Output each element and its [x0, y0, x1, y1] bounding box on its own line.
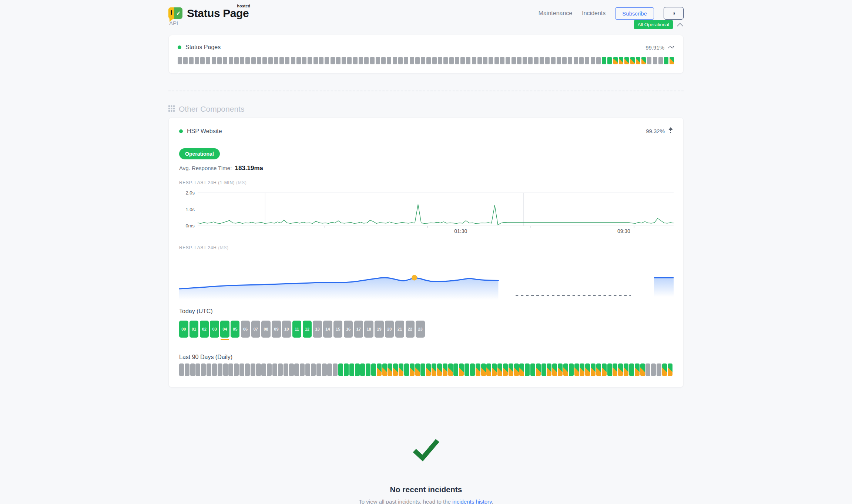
uptime-bar [494, 57, 499, 64]
ytick-1s: 1.0s [185, 207, 195, 212]
no-incidents-title: No recent incidents [168, 485, 684, 494]
uptime-bar [613, 57, 618, 64]
uptime-bar [486, 363, 491, 376]
uptime-bar [662, 363, 667, 376]
uptime-bar [370, 57, 375, 64]
uptime-bar [528, 57, 533, 64]
response-line-series [198, 204, 674, 225]
uptime-bar [596, 363, 601, 376]
hour-block-17: 17 [354, 321, 363, 338]
daily-uptime-bars [179, 363, 673, 376]
main-nav: Maintenance Incidents Subscribe ◑ [539, 7, 684, 20]
hour-block-16: 16 [344, 321, 353, 338]
overall-status-badge: All Operational [634, 20, 673, 29]
uptime-percentage: 99.32% [646, 128, 665, 134]
uptime-bar [503, 363, 508, 376]
uptime-bar [547, 363, 551, 376]
area-fill-right [654, 278, 674, 297]
hour-block-19: 19 [375, 321, 384, 338]
uptime-bar [404, 57, 408, 64]
logo-bubble-tail [170, 18, 174, 22]
uptime-bar [568, 57, 572, 64]
xtick-0130: 01:30 [454, 228, 467, 234]
incidents-history-link[interactable]: incidents history [452, 498, 492, 504]
response-time-area-chart [179, 260, 674, 301]
nav-incidents[interactable]: Incidents [582, 10, 606, 17]
hour-block-18: 18 [364, 321, 373, 338]
uptime-bar [308, 57, 312, 64]
uptime-bar [240, 57, 244, 64]
hour-block-20: 20 [385, 321, 394, 338]
chevron-up-icon[interactable] [677, 22, 684, 27]
uptime-bar [536, 363, 541, 376]
status-badge: Operational [179, 148, 220, 159]
uptime-bar [223, 363, 228, 376]
uptime-bar [410, 57, 414, 64]
subscribe-button[interactable]: Subscribe [615, 7, 654, 20]
uptime-bar [393, 363, 398, 376]
uptime-bar [437, 363, 442, 376]
chart1-label: RESP. LAST 24H (1-MIN) (MS) [179, 180, 673, 185]
uptime-bar [185, 363, 189, 376]
uptime-bar [261, 363, 266, 376]
uptime-bar [239, 363, 244, 376]
uptime-bar [619, 57, 623, 64]
uptime-bar [228, 363, 233, 376]
uptime-bar [274, 57, 278, 64]
uptime-bar [552, 363, 557, 376]
uptime-bar [267, 363, 272, 376]
uptime-bar [217, 57, 222, 64]
uptime-bar [234, 57, 239, 64]
uptime-bar [353, 57, 358, 64]
hour-block-21: 21 [395, 321, 405, 338]
uptime-bar [497, 363, 502, 376]
uptime-bar [618, 363, 623, 376]
uptime-bar [398, 57, 403, 64]
uptime-bar [285, 57, 289, 64]
nav-maintenance[interactable]: Maintenance [539, 10, 573, 17]
uptime-bar [470, 363, 475, 376]
uptime-bar [443, 363, 447, 376]
hsp-website-card: HSP Website 99.32% Operational Avg. Resp… [168, 117, 684, 388]
uptime-bar [377, 363, 382, 376]
uptime-bar [426, 57, 431, 64]
logo-title: Status Page [187, 7, 249, 19]
uptime-bar [540, 57, 544, 64]
uptime-bar [355, 363, 360, 376]
status-dot [179, 129, 183, 133]
uptime-bar [218, 363, 222, 376]
hour-block-22: 22 [406, 321, 415, 338]
uptime-bar [500, 57, 504, 64]
uptime-bar [322, 363, 327, 376]
logo[interactable]: ! ✓ hosted Status Page [168, 7, 249, 20]
uptime-bar [602, 57, 606, 64]
hour-block-09: 09 [272, 321, 281, 338]
hour-block-15: 15 [333, 321, 343, 338]
uptime-bar [336, 57, 341, 64]
uptime-bar [443, 57, 448, 64]
uptime-bar [251, 57, 256, 64]
ytick-2s: 2.0s [185, 190, 195, 196]
uptime-bar [393, 57, 397, 64]
uptime-bar [645, 363, 650, 376]
uptime-bar [591, 363, 596, 376]
uptime-bar [670, 57, 674, 64]
uptime-bar [331, 57, 335, 64]
uptime-bar [545, 57, 550, 64]
uptime-bar [630, 57, 635, 64]
uptime-bar [551, 57, 556, 64]
uptime-bar [410, 363, 415, 376]
uptime-bar [360, 363, 365, 376]
uptime-bar [636, 57, 640, 64]
uptime-bar [371, 363, 376, 376]
uptime-bar [579, 57, 584, 64]
chart-marker-dot[interactable] [412, 275, 417, 281]
uptime-bar [195, 363, 200, 376]
uptime-bar [448, 363, 453, 376]
uptime-bar [563, 363, 568, 376]
uptime-bar [262, 57, 267, 64]
theme-toggle-button[interactable]: ◑ [664, 7, 684, 20]
uptime-bar [245, 57, 250, 64]
avg-response-label: Avg. Response Time: [179, 165, 232, 171]
uptime-bar [664, 57, 668, 64]
